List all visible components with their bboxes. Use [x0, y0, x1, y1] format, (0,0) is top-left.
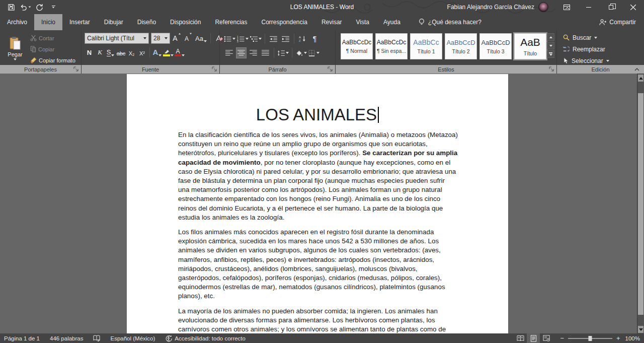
paragraph-1[interactable]: En la clasificación científica de los se… — [178, 130, 458, 222]
styles-scroll-down-button[interactable] — [547, 42, 554, 49]
font-size-combo[interactable]: 28 — [151, 33, 170, 44]
shading-button[interactable] — [295, 47, 307, 58]
save-button[interactable] — [5, 1, 17, 13]
multilevel-list-button[interactable] — [250, 33, 262, 44]
close-button[interactable] — [622, 0, 644, 14]
cut-button[interactable]: Cortar — [29, 33, 76, 43]
ribbon-display-options-button[interactable] — [555, 0, 578, 14]
minimize-button[interactable] — [578, 0, 600, 14]
tab-disposicion[interactable]: Disposición — [163, 14, 208, 30]
numbering-icon: 123 — [237, 36, 245, 42]
underline-caret — [111, 54, 114, 56]
style-chip-titulo[interactable]: AaBTítulo — [514, 33, 546, 59]
line-spacing-button[interactable] — [277, 47, 289, 58]
tab-insertar[interactable]: Insertar — [62, 14, 97, 30]
grow-font-button[interactable]: A — [172, 33, 182, 44]
tab-referencias[interactable]: Referencias — [208, 14, 254, 30]
zoom-out-button[interactable]: − — [560, 334, 564, 342]
document-title[interactable]: LOS ANIMALES — [127, 105, 508, 124]
scrollbar-thumb[interactable] — [638, 93, 643, 315]
web-layout-button[interactable] — [540, 333, 553, 343]
paragraph-dialog-launcher[interactable] — [328, 66, 333, 72]
bullets-button[interactable] — [224, 33, 235, 44]
share-button[interactable]: Compartir — [599, 14, 636, 30]
tab-archivo[interactable]: Archivo — [0, 14, 34, 30]
align-left-button[interactable] — [224, 47, 234, 58]
strikethrough-button[interactable]: abc — [116, 47, 126, 58]
style-chip-titulo-3[interactable]: AaBbCcDTítulo 3 — [479, 33, 512, 59]
zoom-slider[interactable] — [568, 338, 612, 339]
clipboard-dialog-launcher[interactable] — [73, 66, 79, 72]
proofing-status[interactable] — [93, 335, 100, 341]
read-mode-button[interactable] — [514, 333, 527, 343]
shrink-font-button[interactable]: A — [184, 33, 193, 44]
tab-ayuda[interactable]: Ayuda — [376, 14, 408, 30]
underline-button[interactable]: S — [106, 47, 115, 58]
scroll-down-button[interactable] — [638, 326, 643, 333]
document-page[interactable]: LOS ANIMALES En la clasificación científ… — [127, 74, 508, 334]
paragraph-3[interactable]: La mayoría de los animales no pueden abs… — [178, 307, 458, 334]
scroll-up-button[interactable] — [638, 75, 643, 82]
borders-button[interactable] — [308, 47, 319, 58]
highlight-color-button[interactable] — [163, 47, 174, 58]
tab-vista[interactable]: Vista — [349, 14, 376, 30]
align-right-button[interactable] — [248, 47, 259, 58]
change-case-button[interactable]: Aa — [195, 33, 207, 44]
tab-revisar[interactable]: Revisar — [314, 14, 349, 30]
numbering-button[interactable]: 123 — [237, 33, 249, 44]
align-center-button[interactable] — [236, 47, 247, 58]
restore-button[interactable] — [600, 0, 622, 14]
zoom-in-button[interactable]: + — [616, 334, 620, 342]
style-chip-sin-espa[interactable]: AaBbCcDc¶ Sin espa... — [375, 33, 408, 59]
style-chip-normal[interactable]: AaBbCcDc¶ Normal — [341, 33, 373, 59]
bold-button[interactable]: N — [85, 47, 94, 58]
paragraph-2[interactable]: Los filos animales más conocidos aparece… — [178, 228, 458, 301]
zoom-percentage[interactable]: 100% — [625, 335, 640, 341]
styles-more-button[interactable] — [547, 50, 554, 58]
style-chip-titulo-1[interactable]: AaBbCcTítulo 1 — [410, 33, 442, 59]
user-avatar[interactable] — [538, 2, 548, 12]
format-painter-button[interactable]: Copiar formato — [29, 55, 76, 65]
copy-button[interactable]: Copiar — [29, 44, 76, 54]
collapse-ribbon-button[interactable] — [634, 67, 640, 72]
align-left-icon — [225, 50, 233, 56]
document-body[interactable]: En la clasificación científica de los se… — [178, 130, 458, 334]
undo-button[interactable] — [19, 1, 31, 13]
tell-me-box[interactable]: ¿Qué desea hacer? — [419, 14, 481, 30]
page-indicator[interactable]: Página 1 de 1 — [4, 335, 40, 341]
vertical-scrollbar[interactable] — [637, 74, 644, 333]
font-name-combo[interactable]: Calibri Light (Títul — [85, 33, 149, 44]
styles-scroll-up-button[interactable] — [547, 33, 554, 41]
tab-inicio[interactable]: Inicio — [34, 14, 62, 30]
print-layout-button[interactable] — [527, 333, 540, 343]
find-button[interactable]: Buscar — [563, 33, 609, 42]
replace-button[interactable]: Reemplazar — [563, 44, 609, 54]
justify-button[interactable] — [260, 47, 271, 58]
sort-button[interactable]: AZ — [297, 33, 308, 44]
customize-qat-button[interactable] — [47, 1, 59, 13]
font-size-value: 28 — [153, 35, 160, 42]
word-count[interactable]: 446 palabras — [50, 335, 84, 341]
language-indicator[interactable]: Español (México) — [110, 335, 155, 341]
style-chip-titulo-2[interactable]: AaBbCcDTítulo 2 — [445, 33, 477, 59]
zoom-slider-thumb[interactable] — [588, 336, 592, 341]
accessibility-status[interactable]: Accesibilidad: todo correcto — [165, 335, 246, 342]
tab-correspondencia[interactable]: Correspondencia — [254, 14, 314, 30]
font-dialog-launcher[interactable] — [212, 66, 217, 72]
superscript-button[interactable]: X² — [137, 47, 147, 58]
tab-dibujar[interactable]: Dibujar — [97, 14, 130, 30]
text-effects-button[interactable]: A — [152, 47, 162, 58]
decrease-indent-button[interactable] — [268, 33, 279, 44]
show-marks-button[interactable]: ¶ — [309, 33, 320, 44]
select-button[interactable]: Seleccionar — [563, 56, 609, 65]
styles-dialog-launcher[interactable] — [549, 66, 554, 72]
italic-button[interactable]: K — [95, 47, 105, 58]
redo-button[interactable] — [33, 1, 45, 13]
tab-diseno[interactable]: Diseño — [130, 14, 163, 30]
increase-indent-button[interactable] — [280, 33, 291, 44]
user-name[interactable]: Fabian Alejandro García Chávez — [447, 4, 534, 11]
font-color-button[interactable]: A — [175, 47, 185, 58]
paste-button[interactable]: Pegar — [4, 32, 26, 64]
subscript-button[interactable]: X₂ — [127, 47, 136, 58]
group-clipboard: Pegar Cortar Copiar — [0, 30, 82, 74]
